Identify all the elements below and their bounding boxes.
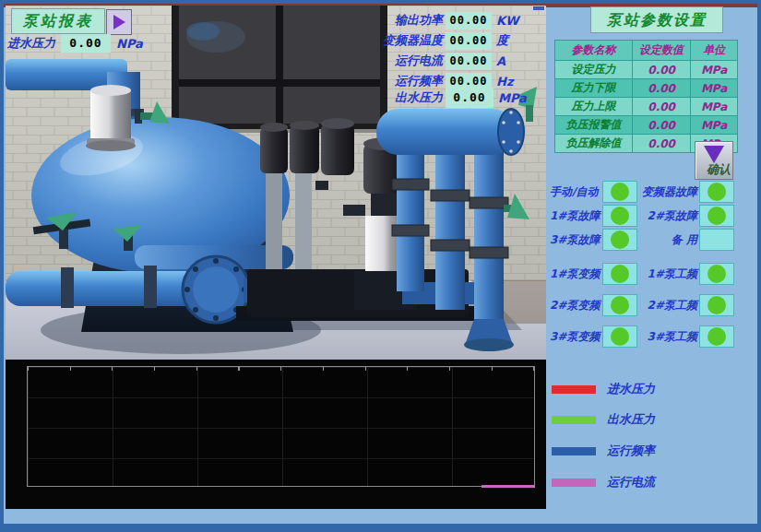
inlet-pressure-value: 0.00: [61, 34, 111, 53]
pump-station-3d-view: 泵站报表 进水压力 0.00 NPa 输出功率 00.00 KW 变频器温度 0…: [6, 6, 546, 361]
legend-swatch-running-current: [552, 479, 596, 487]
led-circle: [611, 265, 629, 283]
output-power-value: 00.00: [446, 12, 492, 30]
pump-station-hmi: 泵站报表 进水压力 0.00 NPa 输出功率 00.00 KW 变频器温度 0…: [0, 0, 761, 532]
legend-swatch-running-frequency: [552, 447, 596, 455]
legend-item: 运行频率: [552, 444, 655, 457]
table-row: 压力上限 0.00 MPa: [555, 98, 738, 116]
play-icon: [113, 15, 125, 30]
col-unit: 单位: [691, 41, 738, 61]
pump2-fault-indicator: [699, 205, 734, 227]
col-param-name: 参数名称: [555, 41, 633, 61]
outlet-pressure-value: 0.00: [446, 88, 493, 108]
pressure-low-limit-input[interactable]: 0.00: [632, 79, 690, 98]
led-circle: [707, 207, 726, 225]
pump1-mains-indicator: [699, 263, 734, 285]
tank-vent-cylinder: [86, 85, 136, 151]
led-circle: [707, 327, 726, 346]
table-row: 压力下限 0.00 MPa: [555, 79, 738, 98]
led-circle: [611, 231, 629, 249]
status-row: 2#泵变频 2#泵工频: [550, 294, 736, 316]
outlet-pressure-readout: 出水压力 0.00 MPa: [328, 89, 546, 107]
inverter-temp-value: 00.00: [446, 32, 492, 50]
inlet-pressure-unit: NPa: [116, 37, 143, 51]
led-circle: [611, 183, 629, 201]
neg-pressure-alarm-input[interactable]: 0.00: [632, 116, 690, 135]
status-row: 1#泵故障 2#泵故障: [550, 205, 736, 227]
status-row: 手动/自动 变频器故障: [550, 181, 736, 203]
led-circle: [707, 265, 726, 283]
plot-top-ticks: [28, 367, 534, 371]
led-circle: [707, 296, 726, 314]
status-row: 1#泵变频 1#泵工频: [550, 263, 736, 285]
led-circle: [611, 207, 629, 225]
report-play-button[interactable]: [106, 9, 132, 35]
running-current-trace: [482, 485, 535, 488]
running-current-value: 00.00: [446, 53, 492, 70]
confirm-button[interactable]: 确认: [695, 141, 733, 180]
spare-indicator: [699, 229, 734, 251]
panel-title: 泵站参数设置: [590, 6, 723, 33]
inlet-pressure-label: 进水压力: [7, 35, 55, 52]
pump3-mains-indicator: [699, 325, 734, 348]
trend-chart: [6, 360, 546, 509]
output-power-readout: 输出功率 00.00 KW: [328, 11, 546, 30]
pump2-mains-indicator: [699, 294, 734, 316]
table-row: 负压报警值 0.00 MPa: [555, 116, 738, 135]
legend-item: 运行电流: [552, 476, 655, 489]
scene-corner-marker: [533, 6, 544, 10]
running-frequency-readout: 运行频率 00.00 Hz: [328, 72, 546, 90]
legend-swatch-outlet-pressure: [552, 416, 596, 424]
inverter-fault-indicator: [699, 181, 734, 203]
led-circle: [611, 327, 629, 346]
trend-plot-area: [27, 366, 535, 487]
status-row: 3#泵变频 3#泵工频: [550, 325, 736, 348]
settings-header-row: 参数名称 设定数值 单位: [555, 41, 738, 61]
status-row: 3#泵故障 备 用: [550, 229, 736, 251]
inverter-temp-readout: 变频器温度 00.00 度: [328, 31, 546, 50]
neg-pressure-release-input[interactable]: 0.00: [632, 135, 690, 153]
legend-swatch-inlet-pressure: [552, 385, 596, 394]
parameter-panel: 泵站参数设置 参数名称 设定数值 单位 设定压力 0.00 MPa 压力下限 0…: [550, 6, 757, 524]
led-circle: [611, 296, 629, 314]
col-set-value: 设定数值: [632, 41, 690, 61]
led-circle: [707, 183, 726, 201]
report-button[interactable]: 泵站报表: [11, 8, 105, 34]
set-pressure-input[interactable]: 0.00: [632, 61, 690, 79]
inlet-pressure-readout: 进水压力 0.00 NPa: [7, 34, 143, 53]
table-row: 设定压力 0.00 MPa: [555, 61, 738, 79]
settings-table: 参数名称 设定数值 单位 设定压力 0.00 MPa 压力下限 0.00 MPa…: [554, 40, 738, 153]
running-current-readout: 运行电流 00.00 A: [328, 52, 546, 70]
legend-item: 进水压力: [552, 383, 655, 396]
pressure-high-limit-input[interactable]: 0.00: [632, 98, 690, 116]
legend-item: 出水压力: [552, 413, 655, 426]
